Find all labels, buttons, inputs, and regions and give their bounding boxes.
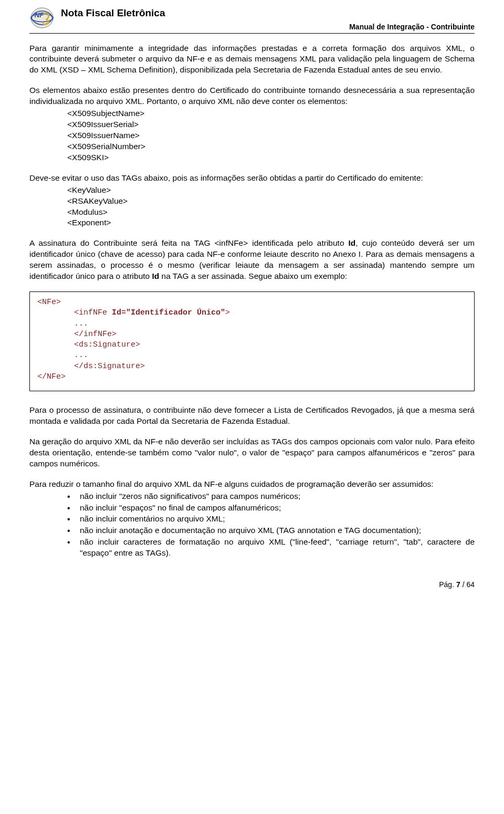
code-line: ... <box>37 350 467 361</box>
page-sep: / <box>460 580 467 589</box>
list-item: não incluir caracteres de formatação no … <box>67 537 475 559</box>
id-attr-bold: Id <box>349 238 356 247</box>
page-number: 7 <box>456 580 460 589</box>
page-label: Pág. <box>439 580 456 589</box>
xml-example-code: <NFe> <infNFe Id="Identificador Único"> … <box>29 291 475 391</box>
paragraph-revoked-certs: Para o processo de assinatura, o contrib… <box>29 405 475 427</box>
text: na TAG a ser assinada. Segue abaixo um e… <box>159 272 347 280</box>
page-header: NF Nota Fiscal Eletrônica Manual de Inte… <box>29 6 475 34</box>
document-subtitle: Manual de Integração - Contribuinte <box>61 22 475 32</box>
list-item: não incluir anotação e documentação no a… <box>67 525 475 536</box>
nfe-logo-icon: NF <box>29 6 55 29</box>
document-title: Nota Fiscal Eletrônica <box>61 6 475 20</box>
paragraph-cert-elements: Os elementos abaixo estão presentes dent… <box>29 85 475 107</box>
list-item: <X509SerialNumber> <box>67 141 475 152</box>
list-item: <X509IssuerName> <box>67 130 475 141</box>
code-line: <ds:Signature> <box>37 340 467 350</box>
id-attr-bold: Id <box>152 272 160 280</box>
list-item: <X509IssuerSerial> <box>67 119 475 130</box>
code-line: <infNFe Id="Identificador Único"> <box>37 308 467 318</box>
list-item: não incluir "zeros não significativos" p… <box>67 491 475 502</box>
list-item: <Exponent> <box>67 217 475 228</box>
list-item: <X509SKI> <box>67 152 475 163</box>
code-line: </ds:Signature> <box>37 361 467 372</box>
page-footer: Pág. 7 / 64 <box>29 580 475 590</box>
paragraph-avoid-tags: Deve-se evitar o uso das TAGs abaixo, po… <box>29 173 475 184</box>
paragraph-signature: A assinatura do Contribuinte será feita … <box>29 238 475 282</box>
paragraph-null-tags: Na geração do arquivo XML da NF-e não de… <box>29 436 475 469</box>
list-item: não incluir "espaços" no final de campos… <box>67 503 475 514</box>
code-line: ... <box>37 319 467 329</box>
paragraph-reduce-size: Para reduzir o tamanho final do arquivo … <box>29 479 475 490</box>
list-item: <RSAKeyValue> <box>67 196 475 207</box>
code-line: <NFe> <box>37 297 467 308</box>
text: A assinatura do Contribuinte será feita … <box>29 238 349 247</box>
list-item: não incluir comentários no arquivo XML; <box>67 514 475 525</box>
svg-text:NF: NF <box>35 11 45 19</box>
list-item: <X509SubjectName> <box>67 108 475 119</box>
page-total: 64 <box>466 580 475 589</box>
paragraph-intro: Para garantir minimamente a integridade … <box>29 43 475 76</box>
code-line: </NFe> <box>37 372 467 382</box>
x509-elements-list: <X509SubjectName> <X509IssuerSerial> <X5… <box>29 108 475 163</box>
code-line: </infNFe> <box>37 329 467 340</box>
list-item: <Modulus> <box>67 207 475 218</box>
avoid-tags-list: <KeyValue> <RSAKeyValue> <Modulus> <Expo… <box>29 185 475 229</box>
programming-care-list: não incluir "zeros não significativos" p… <box>29 491 475 559</box>
list-item: <KeyValue> <box>67 185 475 196</box>
